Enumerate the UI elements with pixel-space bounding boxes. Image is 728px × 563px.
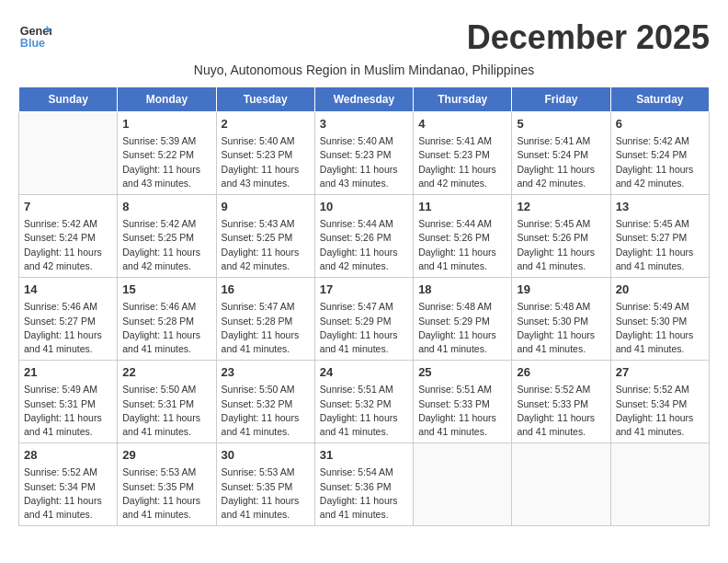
calendar-cell: 6Sunrise: 5:42 AMSunset: 5:24 PMDaylight… xyxy=(610,112,709,195)
day-number: 11 xyxy=(418,199,506,215)
calendar-cell xyxy=(414,443,512,526)
weekday-header-tuesday: Tuesday xyxy=(216,87,314,112)
calendar-cell: 24Sunrise: 5:51 AMSunset: 5:32 PMDayligh… xyxy=(314,361,413,443)
calendar-cell: 27Sunrise: 5:52 AMSunset: 5:34 PMDayligh… xyxy=(610,361,709,443)
day-number: 14 xyxy=(24,282,112,298)
day-info: Sunrise: 5:47 AMSunset: 5:29 PMDaylight:… xyxy=(320,300,408,356)
calendar-cell: 16Sunrise: 5:47 AMSunset: 5:28 PMDayligh… xyxy=(216,278,314,361)
day-number: 27 xyxy=(616,364,704,381)
day-number: 2 xyxy=(222,116,310,132)
calendar-cell xyxy=(19,112,118,195)
calendar-cell: 1Sunrise: 5:39 AMSunset: 5:22 PMDaylight… xyxy=(118,112,216,195)
day-number: 7 xyxy=(24,199,112,215)
day-info: Sunrise: 5:42 AMSunset: 5:25 PMDaylight:… xyxy=(122,217,210,273)
calendar-cell: 4Sunrise: 5:41 AMSunset: 5:23 PMDaylight… xyxy=(414,112,512,195)
calendar-cell: 7Sunrise: 5:42 AMSunset: 5:24 PMDaylight… xyxy=(19,195,118,278)
day-number: 17 xyxy=(320,282,408,298)
day-number: 24 xyxy=(320,364,408,381)
day-number: 19 xyxy=(517,282,605,298)
day-number: 13 xyxy=(616,199,704,215)
svg-text:Blue: Blue xyxy=(20,37,45,50)
calendar-cell: 21Sunrise: 5:49 AMSunset: 5:31 PMDayligh… xyxy=(19,361,118,443)
calendar-week-3: 21Sunrise: 5:49 AMSunset: 5:31 PMDayligh… xyxy=(19,361,710,443)
weekday-header-row: SundayMondayTuesdayWednesdayThursdayFrid… xyxy=(19,87,710,112)
day-number: 1 xyxy=(122,116,210,132)
day-info: Sunrise: 5:39 AMSunset: 5:22 PMDaylight:… xyxy=(122,134,210,190)
day-number: 25 xyxy=(418,364,506,381)
weekday-header-wednesday: Wednesday xyxy=(314,87,413,112)
day-info: Sunrise: 5:51 AMSunset: 5:33 PMDaylight:… xyxy=(418,383,506,439)
day-info: Sunrise: 5:41 AMSunset: 5:23 PMDaylight:… xyxy=(418,134,506,190)
calendar-cell: 13Sunrise: 5:45 AMSunset: 5:27 PMDayligh… xyxy=(610,195,709,278)
day-info: Sunrise: 5:51 AMSunset: 5:32 PMDaylight:… xyxy=(320,383,408,439)
calendar-week-1: 7Sunrise: 5:42 AMSunset: 5:24 PMDaylight… xyxy=(19,195,710,278)
calendar-cell: 31Sunrise: 5:54 AMSunset: 5:36 PMDayligh… xyxy=(314,443,413,526)
month-title-section: December 2025 xyxy=(467,18,710,57)
weekday-header-saturday: Saturday xyxy=(610,87,709,112)
day-number: 10 xyxy=(320,199,408,215)
weekday-header-monday: Monday xyxy=(118,87,216,112)
day-info: Sunrise: 5:45 AMSunset: 5:27 PMDaylight:… xyxy=(616,217,704,273)
day-number: 3 xyxy=(320,116,408,132)
calendar-cell: 17Sunrise: 5:47 AMSunset: 5:29 PMDayligh… xyxy=(314,278,413,361)
calendar-cell: 3Sunrise: 5:40 AMSunset: 5:23 PMDaylight… xyxy=(314,112,413,195)
calendar-week-2: 14Sunrise: 5:46 AMSunset: 5:27 PMDayligh… xyxy=(19,278,710,361)
day-info: Sunrise: 5:52 AMSunset: 5:33 PMDaylight:… xyxy=(517,383,605,439)
calendar-cell: 28Sunrise: 5:52 AMSunset: 5:34 PMDayligh… xyxy=(19,443,118,526)
calendar-cell: 20Sunrise: 5:49 AMSunset: 5:30 PMDayligh… xyxy=(610,278,709,361)
calendar-cell: 12Sunrise: 5:45 AMSunset: 5:26 PMDayligh… xyxy=(512,195,610,278)
day-number: 23 xyxy=(222,364,310,381)
calendar-cell: 5Sunrise: 5:41 AMSunset: 5:24 PMDaylight… xyxy=(512,112,610,195)
calendar-body: 1Sunrise: 5:39 AMSunset: 5:22 PMDaylight… xyxy=(19,112,710,526)
calendar-cell: 9Sunrise: 5:43 AMSunset: 5:25 PMDaylight… xyxy=(216,195,314,278)
day-info: Sunrise: 5:50 AMSunset: 5:31 PMDaylight:… xyxy=(122,383,210,439)
day-info: Sunrise: 5:53 AMSunset: 5:35 PMDaylight:… xyxy=(122,465,210,522)
day-info: Sunrise: 5:52 AMSunset: 5:34 PMDaylight:… xyxy=(616,383,704,439)
weekday-header-thursday: Thursday xyxy=(414,87,512,112)
day-number: 16 xyxy=(222,282,310,298)
day-number: 4 xyxy=(418,116,506,132)
day-info: Sunrise: 5:40 AMSunset: 5:23 PMDaylight:… xyxy=(320,134,408,190)
calendar-cell xyxy=(512,443,610,526)
calendar-week-4: 28Sunrise: 5:52 AMSunset: 5:34 PMDayligh… xyxy=(19,443,710,526)
weekday-header-friday: Friday xyxy=(512,87,610,112)
day-number: 29 xyxy=(122,447,210,464)
calendar-cell: 25Sunrise: 5:51 AMSunset: 5:33 PMDayligh… xyxy=(414,361,512,443)
day-info: Sunrise: 5:43 AMSunset: 5:25 PMDaylight:… xyxy=(222,217,310,273)
calendar-cell: 29Sunrise: 5:53 AMSunset: 5:35 PMDayligh… xyxy=(118,443,216,526)
day-number: 12 xyxy=(517,199,605,215)
day-number: 5 xyxy=(517,116,605,132)
calendar-cell: 2Sunrise: 5:40 AMSunset: 5:23 PMDaylight… xyxy=(216,112,314,195)
day-info: Sunrise: 5:44 AMSunset: 5:26 PMDaylight:… xyxy=(320,217,408,273)
calendar-cell: 18Sunrise: 5:48 AMSunset: 5:29 PMDayligh… xyxy=(414,278,512,361)
day-number: 8 xyxy=(122,199,210,215)
day-info: Sunrise: 5:40 AMSunset: 5:23 PMDaylight:… xyxy=(222,134,310,190)
calendar-cell: 15Sunrise: 5:46 AMSunset: 5:28 PMDayligh… xyxy=(118,278,216,361)
day-info: Sunrise: 5:49 AMSunset: 5:30 PMDaylight:… xyxy=(616,300,704,356)
calendar-subtitle: Nuyo, Autonomous Region in Muslim Mindan… xyxy=(18,63,710,77)
day-info: Sunrise: 5:52 AMSunset: 5:34 PMDaylight:… xyxy=(24,465,112,522)
day-number: 21 xyxy=(24,364,112,381)
calendar-cell: 8Sunrise: 5:42 AMSunset: 5:25 PMDaylight… xyxy=(118,195,216,278)
day-info: Sunrise: 5:44 AMSunset: 5:26 PMDaylight:… xyxy=(418,217,506,273)
month-title: December 2025 xyxy=(467,18,710,57)
calendar-cell: 30Sunrise: 5:53 AMSunset: 5:35 PMDayligh… xyxy=(216,443,314,526)
weekday-header-sunday: Sunday xyxy=(19,87,118,112)
day-info: Sunrise: 5:42 AMSunset: 5:24 PMDaylight:… xyxy=(616,134,704,190)
day-info: Sunrise: 5:50 AMSunset: 5:32 PMDaylight:… xyxy=(222,383,310,439)
day-info: Sunrise: 5:45 AMSunset: 5:26 PMDaylight:… xyxy=(517,217,605,273)
day-number: 22 xyxy=(122,364,210,381)
calendar-cell: 19Sunrise: 5:48 AMSunset: 5:30 PMDayligh… xyxy=(512,278,610,361)
calendar-cell: 11Sunrise: 5:44 AMSunset: 5:26 PMDayligh… xyxy=(414,195,512,278)
day-number: 31 xyxy=(320,447,408,464)
day-info: Sunrise: 5:54 AMSunset: 5:36 PMDaylight:… xyxy=(320,465,408,522)
calendar-cell xyxy=(610,443,709,526)
calendar-cell: 14Sunrise: 5:46 AMSunset: 5:27 PMDayligh… xyxy=(19,278,118,361)
day-number: 20 xyxy=(616,282,704,298)
calendar-cell: 23Sunrise: 5:50 AMSunset: 5:32 PMDayligh… xyxy=(216,361,314,443)
calendar-cell: 26Sunrise: 5:52 AMSunset: 5:33 PMDayligh… xyxy=(512,361,610,443)
day-number: 6 xyxy=(616,116,704,132)
day-info: Sunrise: 5:48 AMSunset: 5:29 PMDaylight:… xyxy=(418,300,506,356)
day-info: Sunrise: 5:46 AMSunset: 5:27 PMDaylight:… xyxy=(24,300,112,356)
calendar-cell: 10Sunrise: 5:44 AMSunset: 5:26 PMDayligh… xyxy=(314,195,413,278)
